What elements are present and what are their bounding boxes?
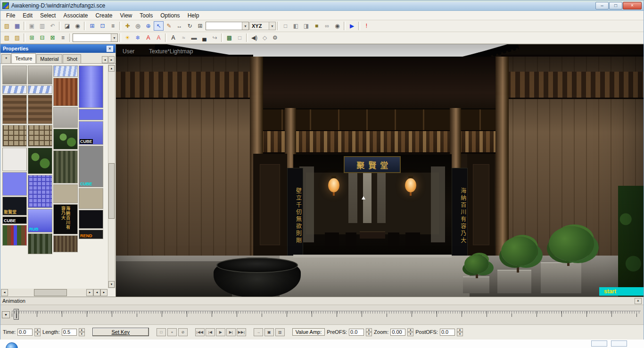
tool-icon[interactable]: ⚙ — [270, 33, 280, 42]
time-spin-up-icon[interactable]: ▲ — [34, 328, 41, 332]
horizontal-scroll-track[interactable] — [8, 289, 86, 296]
texture-thumbnail[interactable] — [28, 233, 52, 254]
menu-file[interactable]: File — [2, 11, 19, 20]
preofs-spin-up-icon[interactable]: ▲ — [366, 328, 372, 332]
new-key-icon[interactable]: □ — [157, 328, 166, 336]
tray-item[interactable] — [611, 340, 627, 347]
tab-texture[interactable]: Texture — [11, 53, 36, 63]
save-file-icon[interactable]: ▦ — [12, 21, 22, 31]
menu-associate[interactable]: Associate — [59, 11, 91, 20]
tab-all[interactable]: * — [1, 54, 11, 63]
menu-select[interactable]: Select — [36, 11, 59, 20]
texture-thumbnail[interactable]: 聚賢堂 — [2, 197, 27, 215]
attach-icon[interactable]: ⊞ — [87, 21, 97, 31]
stamp-icon[interactable]: ◉ — [73, 21, 83, 31]
go-start-icon[interactable]: |◀◀ — [195, 328, 205, 336]
horizontal-scroll-thumb[interactable] — [34, 289, 67, 296]
preofs-spin-down-icon[interactable]: ▼ — [366, 332, 372, 336]
timeline-ruler[interactable] — [12, 311, 641, 317]
title-bar[interactable]: Awakening-D:\windrain\zhufangzi.sce – □ … — [0, 0, 644, 11]
panel-pan-left-icon[interactable]: ◄ — [93, 289, 100, 296]
copy-icon[interactable]: ▣ — [27, 21, 37, 31]
preofs-input[interactable]: 0.0 — [349, 329, 364, 336]
texture-thumbnail[interactable] — [79, 66, 103, 108]
chevron-down-icon[interactable]: ▼ — [242, 22, 248, 30]
play-animation-icon[interactable]: ▶ — [216, 328, 225, 336]
lock-icon[interactable]: ■ — [312, 21, 322, 31]
undo-icon[interactable]: ↶ — [48, 21, 58, 31]
font-red-small-icon[interactable]: A — [154, 33, 164, 42]
menu-options[interactable]: Options — [157, 11, 183, 20]
rotate-icon[interactable]: ↻ — [185, 21, 195, 31]
fog-icon[interactable]: ≈ — [179, 33, 189, 42]
texture-thumbnail[interactable] — [2, 66, 27, 84]
postofs-input[interactable]: 0.0 — [440, 329, 455, 336]
texture-thumbnail[interactable]: REND — [79, 230, 103, 239]
tab-shot[interactable]: Shot — [63, 54, 81, 63]
folder-grid-icon[interactable]: ▨ — [12, 33, 22, 42]
zoom-spin-down-icon[interactable]: ▼ — [407, 332, 413, 336]
tab-scroll-right-icon[interactable]: ► — [108, 56, 115, 63]
grid-close-icon[interactable]: ⊠ — [48, 33, 58, 42]
minimize-button[interactable]: – — [595, 2, 609, 9]
diamond-icon[interactable]: ◇ — [260, 33, 270, 42]
tab-scroll-left-icon[interactable]: ◄ — [102, 56, 108, 63]
texture-thumbnail[interactable] — [53, 150, 78, 183]
texture-thumbnail[interactable]: CUBE — [79, 121, 103, 145]
texture-thumbnail[interactable] — [28, 175, 52, 208]
time-spin-down-icon[interactable]: ▼ — [34, 332, 41, 336]
texture-horizontal-scrollbar[interactable]: ◄ ► ◄ ► — [1, 289, 107, 296]
texture-thumbnail[interactable] — [2, 85, 27, 94]
maximize-button[interactable]: □ — [609, 2, 622, 9]
texture-thumbnail[interactable] — [53, 129, 78, 149]
chevron-down-icon[interactable]: ▼ — [111, 34, 117, 41]
snap-box-icon[interactable]: □ — [281, 21, 290, 31]
font-black-icon[interactable]: A — [168, 33, 178, 42]
properties-panel-header[interactable]: Properties × — [0, 44, 116, 53]
snap-corner-icon[interactable]: ◨ — [301, 21, 311, 31]
prev-frame-icon[interactable]: |◀ — [206, 328, 215, 336]
viewport-view-label[interactable]: User — [123, 48, 134, 55]
path-arrow-icon[interactable]: ↪ — [210, 33, 220, 42]
panel-pan-right-icon[interactable]: ► — [100, 289, 107, 296]
length-spin-down-icon[interactable]: ▼ — [79, 332, 85, 336]
page-icon[interactable]: □ — [235, 33, 245, 42]
layout-grid-icon[interactable]: ⊞ — [195, 21, 205, 31]
open-file-icon[interactable]: ▨ — [2, 21, 12, 31]
texture-thumbnail[interactable] — [2, 95, 27, 124]
texture-thumbnail[interactable] — [28, 85, 52, 94]
texture-thumbnail[interactable] — [28, 66, 52, 84]
texture-thumbnail[interactable] — [53, 66, 78, 77]
texture-thumbnail[interactable] — [53, 184, 78, 203]
scroll-left-icon[interactable]: ◄ — [1, 289, 8, 296]
texture-thumbnail[interactable]: 海納百川有容乃大 — [53, 204, 78, 234]
add-folder-icon[interactable]: ▧ — [2, 33, 12, 42]
render-target-icon[interactable]: ▩ — [224, 33, 234, 42]
menu-help[interactable]: Help — [184, 11, 203, 20]
eraser-icon[interactable]: ◪ — [62, 21, 72, 31]
vertical-scroll-thumb[interactable] — [108, 163, 115, 219]
texture-thumbnail[interactable] — [2, 172, 27, 196]
car-icon[interactable]: ▄ — [199, 33, 209, 42]
move-icon[interactable]: ↔ — [174, 21, 184, 31]
animation-panel-header[interactable]: Animation × — [0, 297, 644, 305]
texture-thumbnail[interactable] — [79, 188, 103, 209]
axis-constraint-dropdown[interactable]: XYZ ▼ — [249, 22, 276, 30]
texture-thumbnail[interactable]: RUB — [28, 209, 52, 232]
chevron-down-icon[interactable]: ▼ — [269, 22, 275, 30]
texture-thumbnail[interactable]: CUBE — [79, 146, 103, 187]
texture-thumbnail[interactable] — [53, 107, 78, 128]
animation-timeline[interactable]: ▼ — [0, 305, 644, 325]
copy-key-icon[interactable]: ▣ — [264, 328, 274, 336]
texture-thumbnail[interactable] — [79, 109, 103, 120]
zoom-input[interactable]: 0.00 — [390, 329, 405, 336]
texture-vertical-scrollbar[interactable]: ▲ ▼ — [108, 65, 115, 288]
animation-close-icon[interactable]: × — [635, 298, 642, 304]
light-icon[interactable]: ☀ — [123, 33, 132, 42]
texture-thumbnail[interactable] — [2, 225, 27, 246]
close-button[interactable]: × — [623, 2, 642, 9]
zoom-icon[interactable]: ◎ — [133, 21, 143, 31]
object-name-combo[interactable]: ▼ — [73, 33, 118, 42]
delete-key-icon[interactable]: × — [167, 328, 177, 336]
texture-thumbnail[interactable] — [2, 125, 27, 147]
